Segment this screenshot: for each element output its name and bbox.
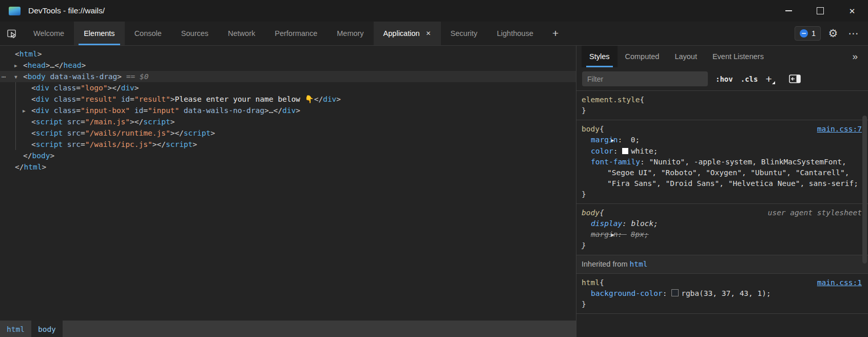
styles-scrollbar[interactable] [862,114,867,336]
css-property-name[interactable]: font-family [591,158,640,166]
expanded-arrow-icon[interactable]: ▼ [14,71,23,83]
toggle-computed-panel-button[interactable] [789,74,801,83]
more-sidebar-tabs-button[interactable]: » [842,46,868,67]
css-property-value[interactable]: 8px [631,230,644,238]
minimize-button[interactable] [773,0,804,22]
tab-network[interactable]: Network [218,22,265,45]
tab-application[interactable]: Application✕ [374,22,441,45]
dom-token-p: </ [314,95,323,103]
dom-token-a: src [63,140,81,148]
dom-token-v: "input" [148,106,179,115]
devtools-app-icon [9,7,21,15]
dom-row-div-result[interactable]: <div class="result" id="result">Please e… [0,93,576,105]
breadcrumb-html[interactable]: html [0,321,31,337]
css-property-name[interactable]: color [591,147,613,155]
css-declaration-color[interactable]: color: white; [582,146,862,157]
dom-row-html-close[interactable]: </html> [0,161,576,173]
dom-token-a: class [49,84,76,92]
tab-performance[interactable]: Performance [265,22,327,45]
dom-row-div-logo[interactable]: <div class="logo"></div> [0,82,576,93]
tab-welcome[interactable]: Welcome [24,22,74,45]
toolbar-right-controls: 1 ⚙ ⋯ [795,22,868,45]
rule-selector[interactable]: body [582,208,600,218]
tab-elements[interactable]: Elements [74,22,124,45]
settings-button[interactable]: ⚙ [825,25,841,42]
styles-sidebar-panel: StylesComputedLayoutEvent Listeners» :ho… [576,46,868,337]
css-property-name[interactable]: display [591,219,622,228]
tab-console[interactable]: Console [125,22,171,45]
dom-token-p: </ [134,118,143,126]
dom-token-t: html [20,50,37,58]
sidebar-tab-layout[interactable]: Layout [667,46,705,67]
tab-sources[interactable]: Sources [171,22,218,45]
dom-row-div-input-box[interactable]: ▶<div class="input-box" id="input" data-… [0,105,576,116]
dom-token-a: class [49,95,76,103]
tab-security[interactable]: Security [441,22,487,45]
css-property-value[interactable]: rgba(33, 37, 43, 1) [681,289,766,297]
customize-devtools-button[interactable]: ⋯ [845,25,862,42]
stylesheet-source-link[interactable]: main.css:7 [817,124,862,135]
dom-token-v: "/main.js" [85,118,130,126]
dom-token-t: script [166,140,192,148]
dom-token-p: > [296,106,300,115]
dom-row-script-main[interactable]: <script src="/main.js"></script> [0,116,576,127]
inherited-target-link[interactable]: html [630,260,648,268]
collapsed-arrow-icon[interactable]: ▶ [14,60,23,71]
dom-token-p: = [81,118,85,126]
css-property-value[interactable]: block [631,219,654,228]
dom-token-t: div [36,106,49,115]
breadcrumb-body[interactable]: body [31,321,63,337]
inspect-element-button[interactable] [0,22,24,45]
css-property-value[interactable]: 0 [631,136,635,144]
new-tab-button[interactable]: + [543,22,568,45]
toggle-element-classes-button[interactable]: .cls [741,75,758,83]
css-declaration-display[interactable]: display: block; [582,218,862,229]
dom-row-script-ipc[interactable]: <script src="/wails/ipc.js"></script> [0,139,576,150]
collapsed-arrow-icon[interactable]: ▶ [23,105,31,117]
rule-header: body {main.css:7 [582,124,862,135]
dom-row-body-open[interactable]: ⋯▼<body data-wails-drag> == $0 [0,71,576,82]
tab-lighthouse[interactable]: Lighthouse [487,22,543,45]
dom-row-body-close[interactable]: </body> [0,150,576,161]
maximize-button[interactable] [804,0,836,22]
dom-row-head[interactable]: ▶<head>…</head> [0,60,576,71]
color-swatch[interactable] [622,148,628,154]
gear-icon: ⚙ [828,27,838,40]
dom-token-p: < [15,50,20,58]
close-button[interactable]: ✕ [836,0,868,22]
styles-filter-input[interactable] [582,71,708,86]
main-area: <html>▶<head>…</head>⋯▼<body data-wails-… [0,45,868,337]
issues-counter-button[interactable]: 1 [795,26,821,41]
new-style-rule-button[interactable]: + [765,73,775,85]
css-property-name[interactable]: background-color [591,289,663,297]
rule-selector[interactable]: element.style [582,95,640,105]
plus-icon: + [552,27,558,40]
color-swatch[interactable] [671,289,679,296]
dom-token-x: Please enter your name below [175,95,304,103]
colon: : [618,136,626,144]
css-property-value[interactable]: white [631,147,653,155]
styles-rules-list: element.style {}body {main.css:7margin: … [576,91,868,337]
sidebar-tab-event-listeners[interactable]: Event Listeners [705,46,771,67]
dom-row-html-open[interactable]: <html> [0,48,576,60]
rule-selector[interactable]: html [582,277,600,288]
toggle-pseudo-states-button[interactable]: :hov [716,75,733,83]
rule-header: html {main.css:1 [582,277,862,288]
css-declaration-background-color[interactable]: background-color: rgba(33, 37, 43, 1); [582,288,862,299]
sidebar-tab-computed[interactable]: Computed [618,46,667,67]
dom-row-script-runtime[interactable]: <script src="/wails/runtime.js"></script… [0,127,576,139]
dom-token-p: </ [175,129,183,137]
scrollbar-thumb[interactable] [862,116,867,264]
tab-memory[interactable]: Memory [327,22,373,45]
rule-selector[interactable]: body [582,124,600,135]
sidebar-tab-styles[interactable]: Styles [582,46,618,67]
css-declaration-font-family[interactable]: font-family: "Nunito", -apple-system, Bl… [582,157,862,189]
row-menu-dots-icon[interactable]: ⋯ [2,71,5,82]
css-declaration-margin[interactable]: margin: ▶0; [582,135,862,146]
stylesheet-source-link[interactable]: main.css:1 [817,277,862,288]
dom-token-p: = [143,106,148,115]
close-tab-icon[interactable]: ✕ [426,30,431,37]
semicolon: ; [653,147,658,155]
css-declaration-margin[interactable]: margin: ▶8px; [582,229,862,240]
dom-token-m: == $0 [122,72,148,81]
